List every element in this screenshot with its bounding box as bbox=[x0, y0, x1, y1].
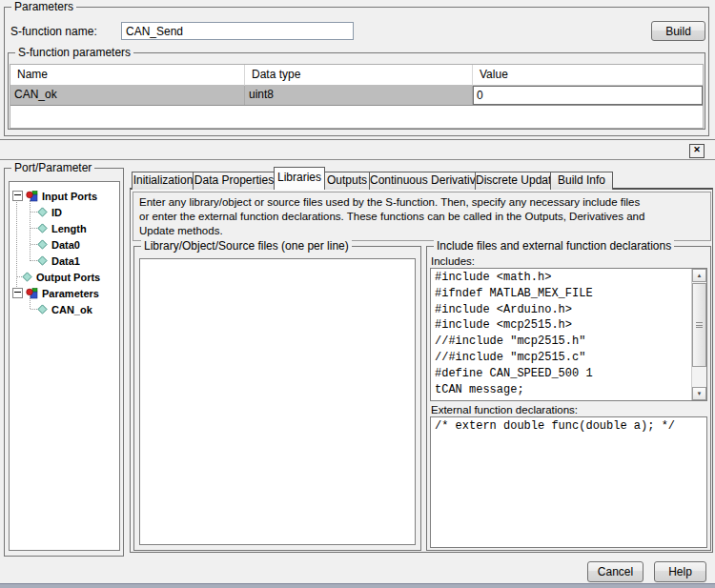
tree-connector bbox=[31, 309, 37, 310]
tree-connector bbox=[31, 228, 37, 229]
scroll-up-button[interactable]: ▲ bbox=[692, 269, 706, 282]
scroll-down-button[interactable]: ▼ bbox=[692, 387, 706, 400]
library-files-input[interactable] bbox=[139, 258, 416, 545]
external-declarations-code[interactable]: /* extern double func(double a); */ bbox=[431, 417, 706, 436]
scrollbar-grip-icon bbox=[696, 322, 703, 328]
tree-item-label: CAN_ok bbox=[51, 304, 92, 315]
column-header-value[interactable]: Value bbox=[473, 65, 703, 86]
help-button[interactable]: Help bbox=[654, 561, 706, 582]
tab-initialization[interactable]: Initialization bbox=[132, 172, 194, 190]
tab-outputs[interactable]: Outputs bbox=[323, 172, 371, 190]
sfunction-builder-dialog: { "parameters": { "group_title": "Parame… bbox=[0, 0, 715, 588]
sfunction-name-label: S-function name: bbox=[10, 25, 97, 38]
tree-connector bbox=[30, 200, 31, 261]
cancel-button[interactable]: Cancel bbox=[587, 561, 644, 582]
cell-data-type: uint8 bbox=[245, 86, 473, 105]
description-line: or enter the external function declarati… bbox=[139, 210, 705, 224]
ports-icon bbox=[26, 288, 38, 299]
description-line: Update methods. bbox=[139, 224, 705, 238]
port-diamond-icon bbox=[37, 255, 48, 266]
cell-name: CAN_ok bbox=[10, 86, 245, 105]
includes-label: Includes: bbox=[431, 255, 475, 268]
tree-connector bbox=[31, 260, 37, 261]
column-header-data-type[interactable]: Data type bbox=[245, 65, 473, 86]
includes-editor[interactable]: #include <math.h> #ifndef MATLAB_MEX_FIL… bbox=[430, 268, 707, 401]
tree-item-label: Input Ports bbox=[42, 191, 97, 202]
port-diamond-icon bbox=[37, 304, 48, 314]
tree-item-output-ports[interactable]: Output Ports bbox=[22, 269, 100, 285]
scroll-down-icon: ▼ bbox=[697, 391, 703, 396]
port-diamond-icon bbox=[37, 207, 48, 217]
sfunction-name-input[interactable] bbox=[121, 22, 354, 40]
tree-item-label: ID bbox=[51, 207, 62, 218]
include-files-group-title: Include files and external function decl… bbox=[434, 239, 674, 253]
tree-item-can-ok[interactable]: CAN_ok bbox=[37, 301, 92, 317]
tab-build-info[interactable]: Build Info bbox=[550, 172, 613, 190]
tab-discrete-update[interactable]: Discrete Update bbox=[475, 172, 552, 190]
tree-item-length[interactable]: Length bbox=[37, 220, 87, 236]
close-pane-button[interactable]: ✕ bbox=[689, 144, 705, 158]
tab-data-properties[interactable]: Data Properties bbox=[193, 172, 276, 190]
parameters-table: Name Data type Value CAN_ok uint8 0 bbox=[10, 64, 704, 129]
external-declarations-editor[interactable]: /* extern double func(double a); */ bbox=[430, 416, 707, 548]
table-row[interactable]: CAN_ok uint8 0 bbox=[10, 85, 703, 106]
window-bottom-edge bbox=[0, 583, 715, 588]
tree-item-label: Length bbox=[51, 223, 87, 234]
tab-libraries[interactable]: Libraries bbox=[274, 167, 325, 190]
tree-item-label: Parameters bbox=[42, 288, 99, 299]
scroll-up-icon: ▲ bbox=[697, 273, 703, 278]
library-files-group-title: Library/Object/Source files (one per lin… bbox=[141, 239, 352, 253]
port-diamond-icon bbox=[22, 272, 32, 282]
tree-item-data0[interactable]: Data0 bbox=[37, 236, 80, 253]
port-diamond-icon bbox=[37, 223, 48, 233]
tree-connector bbox=[31, 244, 37, 245]
description-line: Enter any library/object or source files… bbox=[139, 195, 705, 210]
tree-connector bbox=[16, 195, 17, 293]
tab-description: Enter any library/object or source files… bbox=[133, 192, 711, 241]
external-declarations-label: External function declarations: bbox=[431, 404, 578, 416]
tab-continuous-derivatives[interactable]: Continuous Derivatives bbox=[369, 172, 477, 190]
scrollbar-thumb[interactable] bbox=[692, 283, 706, 367]
tree-item-label: Data1 bbox=[51, 255, 80, 267]
ports-icon bbox=[26, 191, 38, 202]
collapse-expander-icon[interactable] bbox=[12, 288, 23, 298]
port-parameter-group-title: Port/Parameter bbox=[11, 161, 94, 174]
tree-item-parameters[interactable]: Parameters bbox=[12, 285, 99, 301]
includes-scrollbar[interactable]: ▲ ▼ bbox=[691, 269, 706, 400]
tree-item-label: Data0 bbox=[51, 239, 80, 251]
tree-item-id[interactable]: ID bbox=[37, 204, 62, 220]
sfunction-parameters-group-title: S-function parameters bbox=[15, 46, 133, 59]
collapse-expander-icon[interactable] bbox=[12, 191, 23, 201]
column-header-name[interactable]: Name bbox=[10, 65, 245, 86]
port-diamond-icon bbox=[37, 239, 48, 250]
collapse-strip: ✕ bbox=[0, 139, 715, 160]
close-icon: ✕ bbox=[693, 145, 701, 154]
parameters-table-header: Name Data type Value bbox=[10, 65, 703, 86]
tree-connector bbox=[31, 212, 37, 213]
port-parameter-tree: Input Ports ID Length Data0 Data1 Output… bbox=[9, 181, 120, 551]
cell-value-editor[interactable]: 0 bbox=[473, 86, 703, 105]
tree-item-data1[interactable]: Data1 bbox=[37, 253, 80, 269]
includes-code[interactable]: #include <math.h> #ifndef MATLAB_MEX_FIL… bbox=[431, 269, 692, 398]
parameters-group-title: Parameters bbox=[11, 0, 76, 13]
build-button[interactable]: Build bbox=[651, 21, 705, 41]
tree-item-label: Output Ports bbox=[36, 272, 100, 283]
tree-item-input-ports[interactable]: Input Ports bbox=[12, 188, 97, 204]
